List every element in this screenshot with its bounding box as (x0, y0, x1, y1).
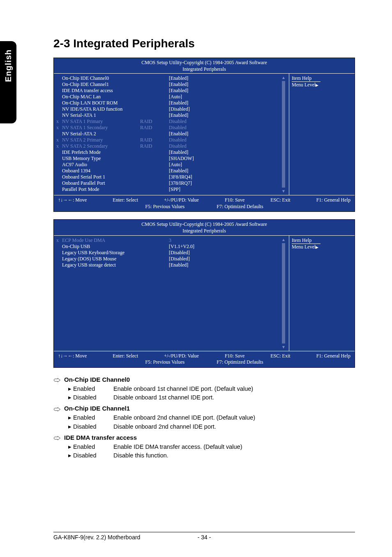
row-marker (56, 88, 62, 94)
bios-setting-row: USB Memory Type[SHADOW] (56, 155, 286, 162)
setting-label: NV IDE/SATA RAID function (62, 106, 140, 112)
setting-value: Disabled (169, 125, 286, 131)
doc-option-desc: Disable this function. (113, 451, 168, 460)
row-marker: x (56, 143, 62, 149)
row-marker (56, 81, 62, 88)
setting-col3 (140, 250, 169, 256)
bios-setting-row: Onboard 1394[Enabled] (56, 168, 286, 174)
bios-setting-row: On-Chip IDE Channel1[Enabled] (56, 81, 286, 88)
footer-model: GA-K8NF-9(rev. 2.2) Motherboard (53, 534, 140, 541)
setting-col3 (140, 162, 169, 168)
setting-label: NV Serial-ATA 2 (62, 131, 140, 137)
bios-setting-row: NV Serial-ATA 2[Enabled] (56, 131, 286, 137)
bios-settings-list: ▲▼ On-Chip IDE Channel0[Enabled]On-Chip … (54, 74, 289, 195)
setting-value: [Disabled] (169, 250, 286, 256)
row-marker (56, 131, 62, 137)
setting-value: [Enabled] (169, 112, 286, 118)
bios-setting-row: On-Chip LAN BOOT ROM[Enabled] (56, 100, 286, 106)
doc-option-row: ▸ DisabledDisable this function. (68, 451, 355, 460)
setting-label: NV SATA 1 Primary (62, 118, 140, 125)
scroll-arrows: ▲▼ (281, 75, 286, 193)
bios-setting-row: NV IDE/SATA RAID function[Disabled] (56, 106, 286, 112)
setting-col3 (140, 244, 169, 250)
setting-label: On-Chip USB (62, 244, 140, 250)
bios-setting-row: Onboard Parallel Port[378/IRQ7] (56, 180, 286, 186)
row-marker (56, 106, 62, 112)
page-footer: GA-K8NF-9(rev. 2.2) Motherboard - 34 - (53, 532, 355, 541)
setting-label: Legacy USB Keyboard/Storage (62, 250, 140, 256)
doc-option-label: ▸ Enabled (68, 385, 113, 393)
bios-screen-1: CMOS Setup Utility-Copyright (C) 1984-20… (53, 58, 355, 212)
setting-label: NV SATA 2 Secondary (62, 143, 140, 149)
setting-col3: RAID (140, 137, 169, 143)
bios-setting-row: On-Chip USB[V1.1+V2.0] (56, 244, 286, 250)
row-marker (56, 155, 62, 162)
setting-value: Disabled (169, 118, 286, 125)
row-marker (56, 100, 62, 106)
doc-option-label: ▸ Enabled (68, 443, 113, 451)
bios-setting-row: xNV SATA 2 PrimaryRAIDDisabled (56, 137, 286, 143)
setting-col3 (140, 174, 169, 180)
setting-value: [Enabled] (169, 131, 286, 137)
doc-option-label: ▸ Disabled (68, 422, 113, 431)
row-marker: x (56, 137, 62, 143)
bios-setting-row: Legacy USB storage detect[Enabled] (56, 262, 286, 268)
setting-label: USB Memory Type (62, 155, 140, 162)
doc-option-desc: Disable onboard 1st channel IDE port. (113, 393, 214, 402)
doc-option-label: ▸ Disabled (68, 451, 113, 460)
setting-col3 (140, 94, 169, 100)
setting-label: NV SATA 2 Primary (62, 137, 140, 143)
bios-header: CMOS Setup Utility-Copyright (C) 1984-20… (54, 58, 355, 73)
bios-help-panel: Item Help Menu Level▶ (289, 236, 355, 351)
bios-setting-row: xNV SATA 1 SecondaryRAIDDisabled (56, 125, 286, 131)
setting-label: On-Chip MAC Lan (62, 94, 140, 100)
doc-option-row: ▸ DisabledDisable onboard 2nd channel ID… (68, 422, 355, 431)
setting-value: 3 (169, 237, 286, 244)
setting-value: [Enabled] (169, 100, 286, 106)
language-tab: English (0, 41, 16, 123)
doc-section-title: IDE DMA transfer access (53, 433, 355, 442)
setting-value: [Enabled] (169, 75, 286, 81)
setting-label: On-Chip LAN BOOT ROM (62, 100, 140, 106)
bios-setting-row: IDE DMA transfer access[Enabled] (56, 88, 286, 94)
setting-value: [SHADOW] (169, 155, 286, 162)
setting-value: [Enabled] (169, 81, 286, 88)
setting-label: Legacy (DOS) USB Mouse (62, 256, 140, 262)
setting-value: Disabled (169, 137, 286, 143)
setting-label: On-Chip IDE Channel1 (62, 81, 140, 88)
setting-col3: RAID (140, 118, 169, 125)
doc-option-desc: Enable onboard 1st channel IDE port. (De… (113, 385, 253, 393)
row-marker (56, 262, 62, 268)
scroll-arrows: ▲▼ (281, 237, 286, 349)
row-marker (56, 75, 62, 81)
setting-col3 (140, 75, 169, 81)
setting-label: IDE Prefetch Mode (62, 149, 140, 155)
row-marker (56, 186, 62, 193)
bios-settings-list: ▲▼ xECP Mode Use DMA3On-Chip USB[V1.1+V2… (54, 236, 289, 351)
bios-setting-row: Legacy (DOS) USB Mouse[Disabled] (56, 256, 286, 262)
doc-option-row: ▸ EnabledEnable onboard 1st channel IDE … (68, 385, 355, 393)
setting-label: AC97 Audio (62, 162, 140, 168)
bios-setting-row: On-Chip IDE Channel0[Enabled] (56, 75, 286, 81)
row-marker (56, 244, 62, 250)
row-marker (56, 112, 62, 118)
doc-section: On-Chip IDE Channel0▸ EnabledEnable onbo… (53, 375, 355, 402)
setting-col3 (140, 262, 169, 268)
doc-option-row: ▸ DisabledDisable onboard 1st channel ID… (68, 393, 355, 402)
bios-setting-row: xECP Mode Use DMA3 (56, 237, 286, 244)
setting-col3 (140, 168, 169, 174)
setting-value: [Enabled] (169, 88, 286, 94)
setting-value: [Disabled] (169, 256, 286, 262)
documentation-text: On-Chip IDE Channel0▸ EnabledEnable onbo… (53, 375, 355, 460)
setting-col3 (140, 106, 169, 112)
pointer-icon (53, 376, 61, 382)
doc-option-row: ▸ EnabledEnable IDE DMA transfer access.… (68, 443, 355, 451)
setting-value: [Auto] (169, 94, 286, 100)
doc-option-label: ▸ Enabled (68, 413, 113, 422)
row-marker: x (56, 125, 62, 131)
bios-footer-keys: ↑↓→←: Move Enter: Select +/-/PU/PD: Valu… (54, 351, 355, 367)
footer-page-number: - 34 - (198, 534, 211, 541)
bios-setting-row: AC97 Audio[Auto] (56, 162, 286, 168)
row-marker (56, 162, 62, 168)
row-marker (56, 94, 62, 100)
